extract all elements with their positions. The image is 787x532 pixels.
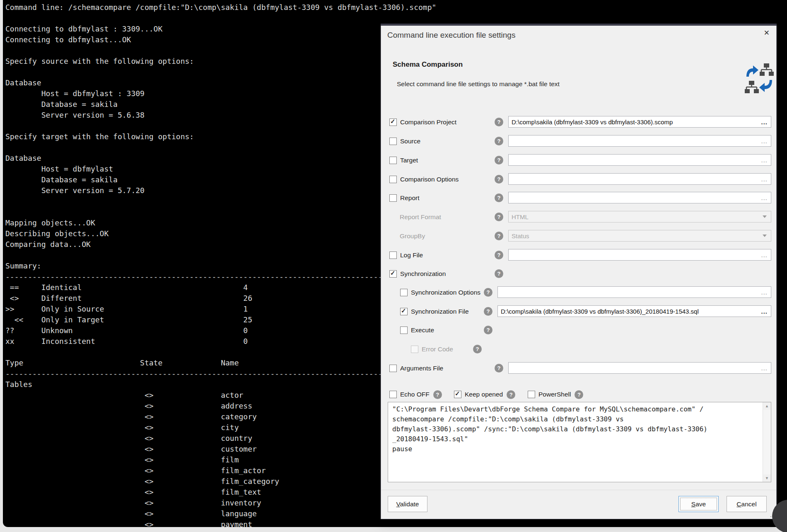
keep-opened-checkbox[interactable] (454, 391, 461, 398)
echo-off-option: Echo OFF ? (389, 388, 442, 401)
row-comparison-project: Comparison Project ? D:\comp\sakila (dbf… (389, 116, 771, 128)
synchronization-options-input[interactable]: ... (497, 286, 771, 298)
synchronization-file-label: Synchronization File (411, 308, 469, 315)
powershell-checkbox[interactable] (528, 391, 535, 398)
footer-divider (381, 490, 776, 490)
browse-button[interactable]: ... (758, 251, 771, 259)
arguments-file-input[interactable]: ... (508, 362, 771, 374)
help-icon[interactable]: ? (495, 156, 503, 164)
help-icon[interactable]: ? (495, 137, 503, 145)
synchronization-file-value: D:\comp\sakila (dbfmylast-3309 vs dbfmyl… (498, 308, 758, 315)
comparison-options-checkbox[interactable] (389, 176, 397, 183)
help-icon[interactable]: ? (507, 390, 515, 399)
source-checkbox[interactable] (389, 138, 397, 145)
cancel-button[interactable]: Cancel (727, 496, 767, 512)
row-report-format: Report Format ? HTML (389, 211, 771, 223)
chevron-down-icon (763, 215, 767, 218)
row-synchronization-options: Synchronization Options ? ... (389, 286, 771, 299)
row-log-file: Log File ? ... (389, 249, 771, 261)
log-file-checkbox[interactable] (389, 251, 397, 259)
browse-button[interactable]: ... (758, 118, 771, 126)
powershell-label: PowerShell (538, 391, 571, 398)
help-icon[interactable]: ? (495, 232, 503, 240)
browse-button[interactable]: ... (758, 365, 771, 372)
help-icon[interactable]: ? (495, 269, 503, 278)
comparison-options-input[interactable]: ... (508, 173, 771, 185)
report-checkbox[interactable] (389, 194, 397, 202)
help-icon[interactable]: ? (495, 175, 503, 184)
keep-opened-label: Keep opened (465, 391, 503, 398)
help-icon[interactable]: ? (473, 345, 482, 353)
save-button[interactable]: Save (678, 496, 719, 512)
scroll-down-icon[interactable]: ▼ (763, 474, 771, 482)
row-groupby: GroupBy ? Status (389, 230, 771, 242)
row-report: Report ? ... (389, 192, 771, 204)
keep-opened-option: Keep opened ? (454, 388, 515, 401)
bat-text-content: "C:\Program Files\Devart\dbForge Schema … (388, 402, 771, 454)
target-checkbox[interactable] (389, 157, 397, 164)
groupby-label: GroupBy (400, 232, 425, 240)
browse-button[interactable]: ... (758, 308, 771, 315)
browse-button[interactable]: ... (758, 138, 771, 145)
scrollbar[interactable]: ▲ ▼ (763, 402, 771, 482)
chevron-down-icon (763, 235, 767, 237)
echo-off-label: Echo OFF (400, 391, 430, 398)
report-input[interactable]: ... (508, 192, 771, 203)
source-label: Source (400, 138, 420, 145)
schema-comparison-heading: Schema Comparison (393, 60, 463, 69)
row-comparison-options: Comparison Options ? ... (389, 173, 771, 186)
dialog-title: Command line execution file settings (387, 31, 515, 40)
validate-button[interactable]: Validate (388, 496, 427, 512)
help-icon[interactable]: ? (484, 288, 492, 297)
bat-text-area[interactable]: "C:\Program Files\Devart\dbForge Schema … (388, 402, 771, 482)
row-execute: Execute ? (389, 324, 771, 336)
help-icon[interactable]: ? (484, 307, 492, 316)
groupby-dropdown: Status (508, 230, 771, 242)
row-source: Source ? ... (389, 135, 771, 148)
row-error-code: Error Code ? (389, 343, 771, 355)
browse-button[interactable]: ... (758, 157, 771, 164)
synchronization-file-input[interactable]: D:\comp\sakila (dbfmylast-3309 vs dbfmyl… (497, 305, 771, 317)
help-icon[interactable]: ? (495, 193, 503, 202)
close-icon[interactable]: ✕ (764, 29, 770, 37)
synchronization-checkbox[interactable] (389, 270, 397, 278)
synchronization-options-checkbox[interactable] (400, 289, 408, 296)
target-input[interactable]: ... (508, 154, 771, 166)
row-synchronization: Synchronization ? (389, 268, 771, 280)
execute-checkbox[interactable] (400, 326, 408, 334)
comparison-project-checkbox[interactable] (389, 118, 397, 126)
schema-compare-icon (745, 63, 774, 96)
target-label: Target (400, 157, 418, 164)
help-icon[interactable]: ? (433, 390, 442, 399)
help-icon[interactable]: ? (484, 326, 492, 334)
log-file-label: Log File (400, 251, 423, 259)
comparison-project-input[interactable]: D:\comp\sakila (dbfmylast-3309 vs dbfmyl… (508, 116, 771, 128)
arguments-file-label: Arguments File (400, 365, 443, 372)
source-input[interactable]: ... (508, 135, 771, 147)
synchronization-options-label: Synchronization Options (411, 289, 480, 296)
arguments-file-checkbox[interactable] (389, 365, 397, 372)
dialog-top-border (381, 24, 777, 26)
synchronization-label: Synchronization (400, 270, 446, 278)
help-icon[interactable]: ? (495, 213, 503, 221)
browse-button[interactable]: ... (758, 176, 771, 183)
report-label: Report (400, 194, 420, 202)
browse-button[interactable]: ... (758, 289, 771, 296)
browse-button[interactable]: ... (758, 194, 771, 201)
comparison-project-label: Comparison Project (400, 118, 456, 126)
error-code-label: Error Code (422, 346, 453, 353)
help-icon[interactable]: ? (575, 390, 583, 399)
dialog-subtitle: Select command line file settings to man… (397, 80, 560, 88)
execute-label: Execute (411, 326, 434, 334)
synchronization-file-checkbox[interactable] (400, 308, 408, 315)
help-icon[interactable]: ? (495, 251, 503, 259)
row-synchronization-file: Synchronization File ? D:\comp\sakila (d… (389, 305, 771, 318)
comparison-options-label: Comparison Options (400, 176, 459, 183)
row-target: Target ? ... (389, 154, 771, 167)
log-file-input[interactable]: ... (508, 249, 771, 261)
help-icon[interactable]: ? (495, 118, 503, 126)
scroll-up-icon[interactable]: ▲ (763, 402, 771, 410)
help-icon[interactable]: ? (495, 364, 503, 372)
echo-off-checkbox[interactable] (389, 391, 397, 398)
report-format-label: Report Format (400, 213, 441, 221)
